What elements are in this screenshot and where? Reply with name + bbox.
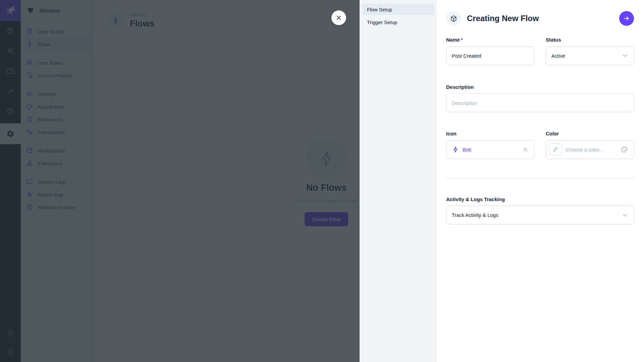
form-divider bbox=[446, 178, 634, 178]
color-placeholder: Choose a color... bbox=[566, 147, 603, 153]
description-input[interactable] bbox=[446, 94, 634, 112]
icon-value: Bolt bbox=[463, 147, 471, 153]
drawer-main: Creating New Flow Name* Status Active bbox=[437, 0, 644, 362]
tracking-value: Track Activity & Logs bbox=[452, 212, 498, 218]
name-field-group: Name* bbox=[446, 37, 534, 65]
icon-field-group: Icon Bolt bbox=[446, 131, 534, 159]
description-field-group: Description bbox=[446, 84, 634, 112]
palette-icon[interactable] bbox=[621, 146, 628, 153]
status-field-group: Status Active bbox=[546, 37, 634, 65]
status-select[interactable]: Active bbox=[546, 46, 634, 65]
form-row-name-status: Name* Status Active bbox=[446, 37, 634, 65]
color-label: Color bbox=[546, 131, 634, 136]
drawer-header-icon-circle bbox=[446, 11, 461, 26]
arrow-right-icon bbox=[623, 15, 630, 22]
close-icon bbox=[335, 14, 342, 21]
name-input[interactable] bbox=[446, 46, 534, 65]
tracking-field-group: Activity & Logs Tracking Track Activity … bbox=[446, 196, 634, 225]
description-label: Description bbox=[446, 84, 634, 90]
required-marker: * bbox=[461, 37, 463, 43]
chevron-down-icon bbox=[622, 52, 628, 59]
color-input[interactable]: Choose a color... bbox=[546, 140, 634, 159]
color-swatch-button[interactable] bbox=[549, 143, 561, 156]
cube-icon bbox=[450, 15, 458, 22]
color-field-group: Color Choose a color... bbox=[546, 131, 634, 159]
drawer-nav-flow-setup[interactable]: Flow Setup bbox=[362, 4, 434, 15]
eyedropper-icon bbox=[552, 146, 558, 153]
create-flow-drawer: Flow Setup Trigger Setup Creating New Fl… bbox=[360, 0, 644, 362]
status-value: Active bbox=[551, 53, 565, 59]
drawer-nav-trigger-setup[interactable]: Trigger Setup bbox=[362, 16, 434, 28]
name-label: Name* bbox=[446, 37, 534, 43]
drawer-close-button[interactable] bbox=[331, 10, 346, 25]
drawer-title: Creating New Flow bbox=[467, 14, 539, 23]
drawer-save-button[interactable] bbox=[619, 11, 634, 26]
drawer-header: Creating New Flow bbox=[446, 0, 634, 37]
tracking-label: Activity & Logs Tracking bbox=[446, 196, 634, 202]
status-label: Status bbox=[546, 37, 634, 43]
form-row-icon-color: Icon Bolt Color bbox=[446, 131, 634, 159]
chevron-down-icon bbox=[622, 212, 628, 219]
bolt-icon bbox=[452, 146, 459, 153]
drawer-nav: Flow Setup Trigger Setup bbox=[360, 0, 437, 362]
icon-label: Icon bbox=[446, 131, 534, 136]
clear-icon[interactable] bbox=[522, 146, 529, 153]
icon-select[interactable]: Bolt bbox=[446, 140, 534, 159]
tracking-select[interactable]: Track Activity & Logs bbox=[446, 206, 634, 225]
